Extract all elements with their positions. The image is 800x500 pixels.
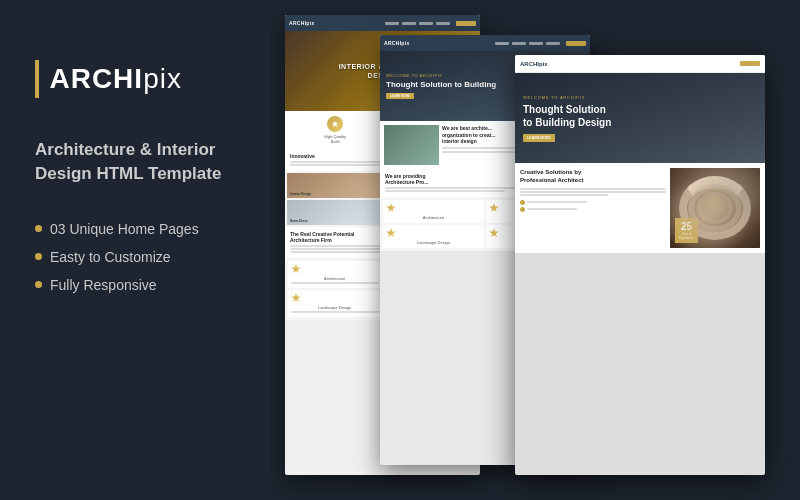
mock-nav-link (546, 42, 560, 45)
mock-nav-link (495, 42, 509, 45)
mock-nav-link (687, 62, 701, 65)
mock-nav-link (402, 22, 416, 25)
check-dot (520, 200, 525, 205)
mock-front-nav-links (669, 62, 737, 65)
service-icon (489, 203, 499, 213)
service-architecture-mid: Architecture (383, 200, 484, 223)
service-landscape: Landscape Design (288, 290, 382, 317)
img-cell-interior: Interior Design (287, 173, 382, 198)
staircase-visual (670, 168, 760, 248)
mock-stat-box: 25 Year ofExperience (675, 218, 698, 243)
mock-mid-cta-btn (566, 41, 586, 46)
mock-mid-logo: ARCHIpix (384, 40, 409, 46)
mock-nav-link (385, 22, 399, 25)
bullet-icon-2 (35, 253, 42, 260)
service-label: Landscape Design (291, 305, 379, 310)
content-line (385, 190, 505, 192)
checklist-item (520, 207, 666, 212)
service-label: Landscape Design (386, 240, 481, 245)
mock-back-nav: ARCHIpix (285, 15, 480, 31)
mock-front-btn-label: LEARN MORE (527, 136, 551, 140)
logo-archi: ARCHI (49, 63, 143, 94)
mock-front-nav: ARCHIpix (515, 55, 765, 73)
mock-nav-link (512, 42, 526, 45)
logo-area: ARCHIPIX (35, 60, 240, 98)
mock-mid-hero-btn: LEARN MORE (386, 93, 414, 99)
logo-text: ARCHIPIX (49, 63, 181, 95)
service-label: Architecture (386, 215, 481, 220)
logo-accent-bar (35, 60, 39, 98)
mock-front-hero-title: Thought Solutionto Building Design (523, 103, 757, 129)
spiral-ring-3 (697, 192, 733, 224)
mock-front-creative-title: Creative Solutions byProfessional Archit… (520, 168, 666, 185)
service-landscape-mid: Landscape Design (383, 225, 484, 248)
mock-front-cta-btn (740, 61, 760, 66)
mock-back-logo: ARCHIpix (289, 20, 314, 26)
mock-front-staircase-img: 25 Year ofExperience (670, 168, 760, 248)
quality-icon (327, 116, 343, 132)
content-line (291, 311, 379, 313)
right-panel: ARCHIpix INTERIOR & EXTERIORDESIGN (270, 0, 800, 500)
mock-nav-link (669, 62, 683, 65)
feature-item-1: 03 Unique Home Pages (35, 221, 240, 237)
check-dot (520, 207, 525, 212)
mock-front-logo: ARCHIpix (520, 61, 548, 67)
mock-front-hero: WELCOME TO ARCHIPIX Thought Solutionto B… (515, 73, 765, 163)
tagline: Architecture & InteriorDesign HTML Templ… (35, 138, 240, 186)
logo-pix: PIX (143, 63, 182, 94)
service-icon (386, 203, 396, 213)
content-line (520, 188, 666, 190)
mock-front-badge: WELCOME TO ARCHIPIX (523, 95, 757, 100)
bullet-icon-3 (35, 281, 42, 288)
spiral-ring-2 (688, 184, 742, 232)
service-label: Architecture (291, 276, 379, 281)
feature-item-3: Fully Responsive (35, 277, 240, 293)
feature-item-2: Easty to Customize (35, 249, 240, 265)
spiral-ring-1 (679, 176, 751, 240)
mock-nav-link (529, 42, 543, 45)
service-icon (489, 228, 499, 238)
mock-back-cta-btn (456, 21, 476, 26)
mock-back-nav-links (385, 22, 450, 25)
service-icon (291, 264, 301, 274)
features-list: 03 Unique Home Pages Easty to Customize … (35, 221, 240, 305)
mock-nav-link (419, 22, 433, 25)
svg-marker-0 (332, 121, 338, 127)
mockup-container: ARCHIpix INTERIOR & EXTERIORDESIGN (270, 0, 800, 500)
mock-mid-nav-links (495, 42, 560, 45)
stat-label: Year ofExperience (679, 232, 694, 240)
mock-icon-quality: High QualityBuild (324, 116, 346, 144)
content-line (520, 194, 608, 196)
mock-nav-link (436, 22, 450, 25)
bullet-icon-1 (35, 225, 42, 232)
checklist-item (520, 200, 666, 205)
img-cell-label: Interior Design (290, 192, 311, 196)
content-line (291, 282, 379, 284)
mock-nav-link (723, 62, 737, 65)
mock-front-learn-btn: LEARN MORE (523, 134, 555, 142)
mock-front-about-text: Creative Solutions byProfessional Archit… (520, 168, 666, 248)
service-icon (291, 293, 301, 303)
mock-nav-link (705, 62, 719, 65)
left-panel: ARCHIPIX Architecture & InteriorDesign H… (0, 0, 270, 500)
content-line (520, 191, 666, 193)
mock-about-image (384, 125, 439, 165)
quality-label: High QualityBuild (324, 134, 346, 144)
mock-mid-nav: ARCHIpix (380, 35, 590, 51)
mock-front-about: Creative Solutions byProfessional Archit… (515, 163, 765, 253)
mock-mid-btn-label: LEARN MORE (390, 94, 410, 98)
img-cell-label: Home Decor (290, 219, 308, 223)
service-architecture: Architecture (288, 261, 382, 288)
stat-number: 25 (681, 221, 692, 232)
service-icon (386, 228, 396, 238)
checklist (520, 200, 666, 212)
content-line (527, 208, 577, 210)
img-cell-homedecor: Home Decor (287, 200, 382, 225)
mockup-front: ARCHIpix WELCOME TO ARCHIPIX Thought Sol… (515, 55, 765, 475)
content-line (527, 201, 587, 203)
